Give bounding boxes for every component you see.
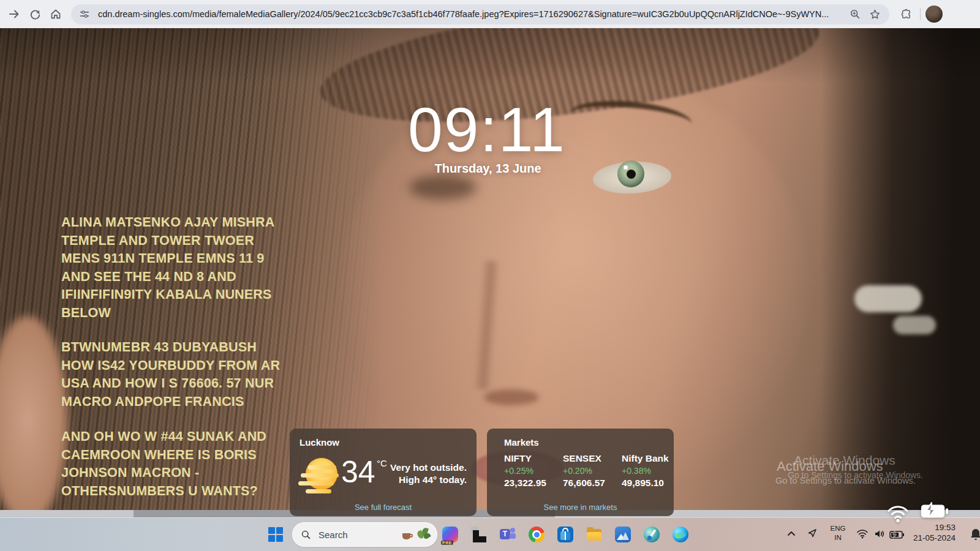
weather-unit: °C	[377, 458, 387, 468]
lockscreen-date: Thursday, 13 June	[434, 162, 541, 176]
photo-nostril	[484, 389, 539, 405]
search-input[interactable]: Search	[292, 522, 437, 547]
chevron-up-icon[interactable]	[786, 529, 796, 539]
photo-pupil	[627, 170, 636, 179]
lockscreen-clock: 09:11	[408, 94, 566, 166]
dark-app-icon[interactable]	[471, 527, 487, 542]
home-icon[interactable]	[45, 4, 66, 24]
photo-left-eye	[409, 175, 477, 200]
address-bar[interactable]	[71, 4, 889, 24]
tray-date: 21-05-2024	[913, 533, 956, 543]
photo-right-background	[821, 28, 980, 517]
photo-eye-glint	[624, 165, 628, 170]
paint-icon[interactable]	[644, 527, 660, 542]
market-value: 49,895.10	[622, 478, 674, 489]
language-line2: IN	[827, 533, 849, 542]
file-explorer-icon[interactable]	[586, 527, 602, 542]
weather-desc-line1: Very hot outside.	[390, 462, 467, 473]
markets-more-link[interactable]: See more in markets	[487, 503, 674, 512]
taskbar-apps: PRE T	[442, 527, 688, 542]
profile-avatar[interactable]	[925, 6, 943, 23]
copilot-icon[interactable]: PRE	[442, 527, 458, 542]
pen-icon[interactable]	[807, 528, 818, 539]
market-value: 76,606.57	[563, 478, 619, 489]
market-item-sensex: SENSEX +0.20% 76,606.57	[563, 453, 619, 489]
edge-icon[interactable]	[673, 527, 688, 542]
photos-icon[interactable]	[615, 527, 631, 542]
market-name: Nifty Bank	[622, 453, 674, 464]
battery-icon[interactable]	[889, 531, 904, 539]
photo-text-block-3: AND OH WO W #44 SUNAK AND CAEMROON WHERE…	[61, 428, 266, 500]
photo-text-block-1: ALINA MATSENKO AJAY MISHRA TEMPLE AND TO…	[61, 214, 274, 322]
browser-toolbar	[0, 0, 980, 28]
site-settings-icon[interactable]	[77, 7, 92, 21]
hazy-sun-icon	[300, 457, 340, 495]
weather-widget[interactable]: Lucknow 34 °C Very hot outside.High 44° …	[290, 429, 477, 516]
photo-shelf-object	[854, 285, 922, 312]
copilot-preview-badge: PRE	[441, 541, 453, 545]
market-change: +0.25%	[504, 466, 560, 476]
markets-widget[interactable]: Markets NIFTY +0.25% 23,322.95 SENSEX +0…	[487, 429, 674, 516]
teams-icon[interactable]: T	[500, 527, 516, 542]
market-change: +0.38%	[622, 466, 674, 476]
bookmark-star-icon[interactable]	[866, 6, 883, 23]
tray-time: 19:53	[913, 522, 956, 533]
photo-shelf-object	[893, 316, 936, 334]
markets-title: Markets	[504, 437, 539, 448]
weather-description: Very hot outside.High 44° today.	[390, 462, 467, 486]
market-item-niftybank: Nifty Bank +0.38% 49,895.10	[622, 453, 674, 489]
plant-icon	[416, 527, 431, 542]
forward-icon[interactable]	[4, 4, 24, 24]
zoom-icon[interactable]	[846, 6, 864, 23]
market-name: NIFTY	[504, 453, 560, 464]
toolbar-divider	[920, 8, 921, 20]
weather-temperature: 34	[341, 454, 375, 490]
start-icon[interactable]	[268, 527, 283, 542]
overlay-battery-icon	[920, 502, 948, 522]
volume-icon[interactable]	[873, 529, 886, 539]
extensions-icon[interactable]	[895, 4, 916, 24]
weather-forecast-link[interactable]: See full forecast	[290, 503, 477, 512]
search-placeholder: Search	[318, 530, 401, 540]
overlay-wifi-icon	[886, 504, 910, 525]
store-icon[interactable]	[557, 527, 573, 542]
tray-clock[interactable]: 19:53 21-05-2024	[913, 522, 956, 543]
bell-icon[interactable]	[969, 528, 980, 541]
search-icon	[298, 527, 314, 542]
url-input[interactable]	[97, 9, 846, 20]
reload-icon[interactable]	[24, 4, 45, 24]
taskbar: Search PRE T ENG IN 19:53 21-05-2024	[0, 517, 980, 551]
photo-vignette	[0, 28, 980, 83]
coffee-cup-icon	[401, 529, 413, 540]
language-indicator[interactable]: ENG IN	[827, 524, 849, 542]
market-value: 23,322.95	[504, 478, 560, 489]
market-name: SENSEX	[563, 453, 619, 464]
weather-city: Lucknow	[300, 437, 339, 448]
wifi-icon[interactable]	[856, 529, 869, 539]
weather-desc-line2: High 44° today.	[399, 474, 467, 485]
language-line1: ENG	[827, 524, 849, 533]
photo-text-block-2: BTWNUMEBR 43 DUBYABUSH HOW IS42 YOURBUDD…	[61, 339, 280, 411]
chrome-icon[interactable]	[529, 527, 545, 542]
market-item-nifty: NIFTY +0.25% 23,322.95	[504, 453, 560, 489]
market-change: +0.20%	[563, 466, 619, 476]
